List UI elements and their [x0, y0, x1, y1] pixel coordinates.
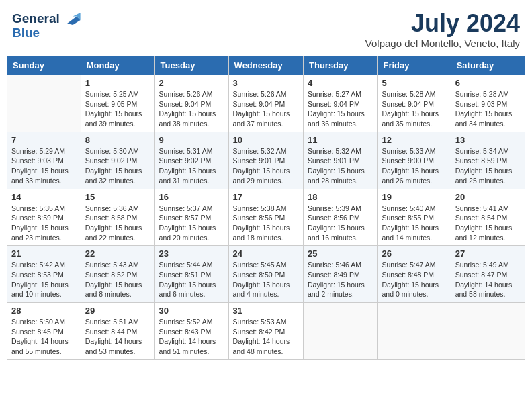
day-number: 27: [455, 248, 521, 259]
day-info: Sunrise: 5:41 AMSunset: 8:54 PMDaylight:…: [455, 203, 521, 243]
logo: General Blue: [12, 9, 81, 40]
day-number: 28: [11, 306, 77, 316]
day-number: 5: [382, 78, 446, 88]
day-number: 9: [159, 135, 224, 145]
day-info: Sunrise: 5:35 AMSunset: 8:59 PMDaylight:…: [11, 203, 77, 243]
title-block: July 2024 Volpago del Montello, Veneto, …: [365, 9, 520, 49]
day-number: 11: [308, 135, 373, 145]
day-number: 1: [85, 78, 150, 88]
calendar-cell: 18Sunrise: 5:39 AMSunset: 8:56 PMDayligh…: [304, 189, 378, 246]
calendar-cell: 2Sunrise: 5:26 AMSunset: 9:04 PMDaylight…: [154, 75, 228, 132]
calendar-cell: 26Sunrise: 5:47 AMSunset: 8:48 PMDayligh…: [378, 246, 451, 303]
day-number: 23: [159, 248, 224, 259]
day-info: Sunrise: 5:49 AMSunset: 8:47 PMDaylight:…: [455, 260, 521, 300]
day-number: 20: [455, 192, 521, 202]
logo-icon: [62, 9, 81, 28]
calendar-cell: 19Sunrise: 5:40 AMSunset: 8:55 PMDayligh…: [378, 189, 451, 246]
day-info: Sunrise: 5:44 AMSunset: 8:51 PMDaylight:…: [159, 260, 224, 300]
calendar-cell: 25Sunrise: 5:46 AMSunset: 8:49 PMDayligh…: [304, 246, 378, 303]
calendar-cell: 6Sunrise: 5:28 AMSunset: 9:03 PMDaylight…: [451, 75, 525, 132]
day-number: 2: [159, 78, 224, 88]
day-number: 19: [382, 192, 446, 202]
day-info: Sunrise: 5:30 AMSunset: 9:02 PMDaylight:…: [85, 146, 150, 186]
day-number: 4: [308, 78, 373, 88]
day-info: Sunrise: 5:31 AMSunset: 9:02 PMDaylight:…: [159, 146, 224, 186]
day-info: Sunrise: 5:40 AMSunset: 8:55 PMDaylight:…: [382, 203, 446, 243]
weekday-header: Saturday: [451, 56, 525, 75]
calendar-cell: 27Sunrise: 5:49 AMSunset: 8:47 PMDayligh…: [451, 246, 525, 303]
day-number: 12: [382, 135, 446, 145]
day-info: Sunrise: 5:29 AMSunset: 9:03 PMDaylight:…: [11, 146, 77, 186]
weekday-header: Thursday: [304, 56, 378, 75]
day-info: Sunrise: 5:39 AMSunset: 8:56 PMDaylight:…: [308, 203, 373, 243]
calendar-cell: 3Sunrise: 5:26 AMSunset: 9:04 PMDaylight…: [228, 75, 303, 132]
weekday-header: Wednesday: [228, 56, 303, 75]
header-row: SundayMondayTuesdayWednesdayThursdayFrid…: [7, 56, 525, 75]
day-info: Sunrise: 5:28 AMSunset: 9:04 PMDaylight:…: [382, 89, 446, 129]
day-info: Sunrise: 5:32 AMSunset: 9:01 PMDaylight:…: [308, 146, 373, 186]
day-number: 14: [11, 192, 77, 202]
day-number: 7: [11, 135, 77, 145]
day-info: Sunrise: 5:43 AMSunset: 8:52 PMDaylight:…: [85, 260, 150, 300]
day-number: 18: [308, 192, 373, 202]
page-header: General Blue July 2024 Volpago del Monte…: [7, 7, 525, 52]
day-info: Sunrise: 5:46 AMSunset: 8:49 PMDaylight:…: [308, 260, 373, 300]
day-info: Sunrise: 5:51 AMSunset: 8:44 PMDaylight:…: [85, 317, 150, 357]
calendar-cell: [378, 303, 451, 360]
calendar-cell: [304, 303, 378, 360]
calendar-cell: 17Sunrise: 5:38 AMSunset: 8:56 PMDayligh…: [228, 189, 303, 246]
location-title: Volpago del Montello, Veneto, Italy: [365, 38, 520, 49]
day-number: 25: [308, 248, 373, 259]
day-info: Sunrise: 5:32 AMSunset: 9:01 PMDaylight:…: [233, 146, 299, 186]
calendar-cell: 1Sunrise: 5:25 AMSunset: 9:05 PMDaylight…: [81, 75, 154, 132]
calendar-cell: 15Sunrise: 5:36 AMSunset: 8:58 PMDayligh…: [81, 189, 154, 246]
calendar-cell: 11Sunrise: 5:32 AMSunset: 9:01 PMDayligh…: [304, 132, 378, 189]
calendar-cell: 23Sunrise: 5:44 AMSunset: 8:51 PMDayligh…: [154, 246, 228, 303]
calendar-table: SundayMondayTuesdayWednesdayThursdayFrid…: [7, 56, 525, 360]
day-number: 10: [233, 135, 299, 145]
day-info: Sunrise: 5:28 AMSunset: 9:03 PMDaylight:…: [455, 89, 521, 129]
calendar-week-row: 1Sunrise: 5:25 AMSunset: 9:05 PMDaylight…: [7, 75, 525, 132]
day-number: 26: [382, 248, 446, 259]
weekday-header: Friday: [378, 56, 451, 75]
day-number: 13: [455, 135, 521, 145]
day-info: Sunrise: 5:33 AMSunset: 9:00 PMDaylight:…: [382, 146, 446, 186]
calendar-week-row: 14Sunrise: 5:35 AMSunset: 8:59 PMDayligh…: [7, 189, 525, 246]
calendar-cell: 7Sunrise: 5:29 AMSunset: 9:03 PMDaylight…: [7, 132, 81, 189]
calendar-cell: 9Sunrise: 5:31 AMSunset: 9:02 PMDaylight…: [154, 132, 228, 189]
day-info: Sunrise: 5:50 AMSunset: 8:45 PMDaylight:…: [11, 317, 77, 357]
day-info: Sunrise: 5:38 AMSunset: 8:56 PMDaylight:…: [233, 203, 299, 243]
day-number: 29: [85, 306, 150, 316]
day-number: 21: [11, 248, 77, 259]
calendar-week-row: 28Sunrise: 5:50 AMSunset: 8:45 PMDayligh…: [7, 303, 525, 360]
day-number: 3: [233, 78, 299, 88]
calendar-cell: 24Sunrise: 5:45 AMSunset: 8:50 PMDayligh…: [228, 246, 303, 303]
logo-text: General: [12, 12, 60, 26]
day-info: Sunrise: 5:36 AMSunset: 8:58 PMDaylight:…: [85, 203, 150, 243]
weekday-header: Sunday: [7, 56, 81, 75]
day-number: 16: [159, 192, 224, 202]
day-info: Sunrise: 5:27 AMSunset: 9:04 PMDaylight:…: [308, 89, 373, 129]
calendar-cell: 31Sunrise: 5:53 AMSunset: 8:42 PMDayligh…: [228, 303, 303, 360]
day-number: 30: [159, 306, 224, 316]
calendar-cell: 22Sunrise: 5:43 AMSunset: 8:52 PMDayligh…: [81, 246, 154, 303]
day-info: Sunrise: 5:25 AMSunset: 9:05 PMDaylight:…: [85, 89, 150, 129]
day-info: Sunrise: 5:52 AMSunset: 8:43 PMDaylight:…: [159, 317, 224, 357]
day-number: 17: [233, 192, 299, 202]
day-number: 22: [85, 248, 150, 259]
day-info: Sunrise: 5:47 AMSunset: 8:48 PMDaylight:…: [382, 260, 446, 300]
day-number: 6: [455, 78, 521, 88]
day-number: 15: [85, 192, 150, 202]
day-number: 8: [85, 135, 150, 145]
calendar-cell: 14Sunrise: 5:35 AMSunset: 8:59 PMDayligh…: [7, 189, 81, 246]
day-info: Sunrise: 5:53 AMSunset: 8:42 PMDaylight:…: [233, 317, 299, 357]
calendar-cell: 8Sunrise: 5:30 AMSunset: 9:02 PMDaylight…: [81, 132, 154, 189]
calendar-cell: 13Sunrise: 5:34 AMSunset: 8:59 PMDayligh…: [451, 132, 525, 189]
calendar-cell: 10Sunrise: 5:32 AMSunset: 9:01 PMDayligh…: [228, 132, 303, 189]
calendar-cell: [7, 75, 81, 132]
calendar-week-row: 21Sunrise: 5:42 AMSunset: 8:53 PMDayligh…: [7, 246, 525, 303]
calendar-cell: 30Sunrise: 5:52 AMSunset: 8:43 PMDayligh…: [154, 303, 228, 360]
calendar-cell: 4Sunrise: 5:27 AMSunset: 9:04 PMDaylight…: [304, 75, 378, 132]
weekday-header: Monday: [81, 56, 154, 75]
day-info: Sunrise: 5:37 AMSunset: 8:57 PMDaylight:…: [159, 203, 224, 243]
